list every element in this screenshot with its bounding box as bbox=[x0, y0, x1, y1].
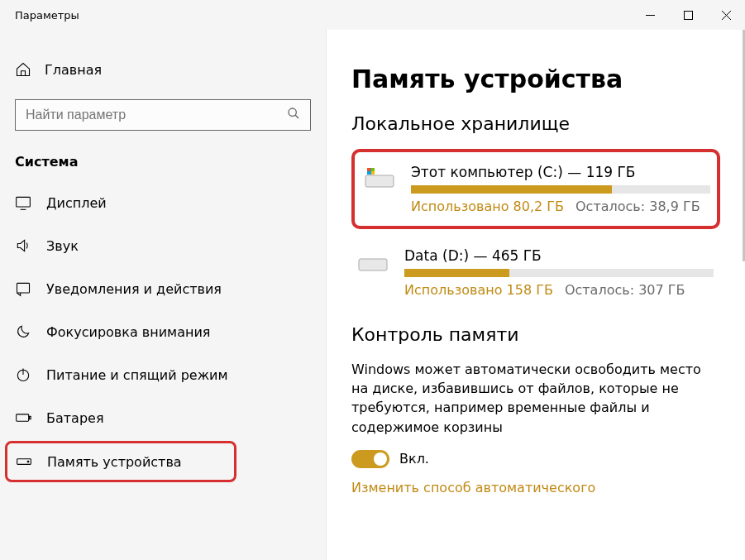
close-button[interactable] bbox=[707, 2, 745, 28]
drive-name: Этот компьютер (C:) — 119 ГБ bbox=[411, 164, 710, 180]
storage-icon bbox=[16, 453, 32, 470]
moon-icon bbox=[15, 323, 31, 340]
sidebar-item-storage[interactable]: Память устройства bbox=[5, 441, 236, 482]
free-label: Осталось: 38,9 ГБ bbox=[575, 199, 700, 214]
sidebar-item-notifications[interactable]: Уведомления и действия bbox=[0, 267, 326, 310]
display-icon bbox=[15, 194, 31, 211]
minimize-button[interactable] bbox=[631, 2, 669, 28]
power-icon bbox=[15, 366, 31, 383]
svg-rect-17 bbox=[367, 168, 370, 171]
svg-rect-19 bbox=[367, 171, 370, 175]
search-input[interactable] bbox=[26, 108, 287, 122]
maximize-button[interactable] bbox=[669, 2, 707, 28]
svg-rect-15 bbox=[365, 175, 394, 187]
nav-label: Звук bbox=[46, 238, 79, 254]
sidebar-item-home[interactable]: Главная bbox=[0, 53, 326, 86]
svg-rect-20 bbox=[371, 171, 375, 175]
usage-bar-fill bbox=[411, 185, 612, 194]
nav-label: Дисплей bbox=[46, 195, 107, 211]
battery-icon bbox=[15, 409, 31, 426]
storage-sense-toggle-row: Вкл. bbox=[351, 450, 720, 468]
home-icon bbox=[15, 61, 31, 78]
search-icon bbox=[287, 107, 300, 123]
disk-icon bbox=[365, 167, 394, 190]
page-title: Память устройства bbox=[351, 65, 720, 93]
sidebar-item-sound[interactable]: Звук bbox=[0, 224, 326, 267]
svg-rect-21 bbox=[359, 259, 387, 270]
window-title: Параметры bbox=[15, 9, 79, 22]
svg-point-4 bbox=[289, 108, 296, 116]
window-controls bbox=[631, 2, 745, 28]
nav-label: Питание и спящий режим bbox=[46, 367, 228, 383]
svg-rect-12 bbox=[30, 416, 31, 419]
usage-bar bbox=[411, 185, 710, 194]
storage-sense-heading: Контроль памяти bbox=[351, 324, 720, 345]
search-box[interactable] bbox=[15, 99, 311, 131]
disk-icon bbox=[358, 251, 388, 274]
sidebar-item-battery[interactable]: Батарея bbox=[0, 396, 326, 439]
toggle-state-label: Вкл. bbox=[399, 451, 429, 467]
usage-bar-fill bbox=[404, 269, 509, 277]
drive-d-card[interactable]: Data (D:) — 465 ГБ Использовано 158 ГБ О… bbox=[351, 244, 720, 301]
notification-icon bbox=[15, 280, 31, 297]
change-auto-link[interactable]: Изменить способ автоматического bbox=[351, 480, 720, 495]
sidebar: Главная Система Дисплей Звук Уведомления… bbox=[0, 30, 327, 560]
used-label: Использовано 80,2 ГБ bbox=[411, 199, 564, 214]
storage-sense-description: Windows может автоматически освободить м… bbox=[351, 360, 720, 437]
used-label: Использовано 158 ГБ bbox=[404, 282, 553, 298]
svg-rect-11 bbox=[17, 414, 29, 421]
nav-label: Уведомления и действия bbox=[46, 281, 222, 297]
sidebar-item-focus[interactable]: Фокусировка внимания bbox=[0, 310, 326, 353]
drive-c-card[interactable]: Этот компьютер (C:) — 119 ГБ Использован… bbox=[351, 149, 720, 229]
storage-sense-toggle[interactable] bbox=[351, 450, 389, 468]
svg-rect-8 bbox=[17, 283, 30, 293]
svg-rect-6 bbox=[17, 197, 31, 207]
free-label: Осталось: 307 ГБ bbox=[565, 282, 685, 298]
local-storage-heading: Локальное хранилище bbox=[351, 113, 720, 134]
svg-rect-18 bbox=[371, 168, 375, 171]
usage-bar bbox=[404, 269, 714, 277]
svg-rect-1 bbox=[684, 11, 692, 19]
category-title: Система bbox=[0, 149, 326, 181]
sidebar-item-display[interactable]: Дисплей bbox=[0, 181, 326, 224]
home-label: Главная bbox=[45, 62, 102, 78]
drive-name: Data (D:) — 465 ГБ bbox=[404, 247, 714, 264]
nav-label: Батарея bbox=[46, 410, 104, 426]
svg-point-14 bbox=[27, 461, 29, 462]
nav-label: Память устройства bbox=[47, 454, 182, 470]
nav-label: Фокусировка внимания bbox=[46, 324, 210, 340]
titlebar: Параметры bbox=[0, 0, 745, 30]
svg-line-5 bbox=[295, 115, 298, 118]
sidebar-item-power[interactable]: Питание и спящий режим bbox=[0, 353, 326, 396]
main-content: Память устройства Локальное хранилище Эт… bbox=[327, 30, 745, 560]
sound-icon bbox=[15, 237, 31, 254]
